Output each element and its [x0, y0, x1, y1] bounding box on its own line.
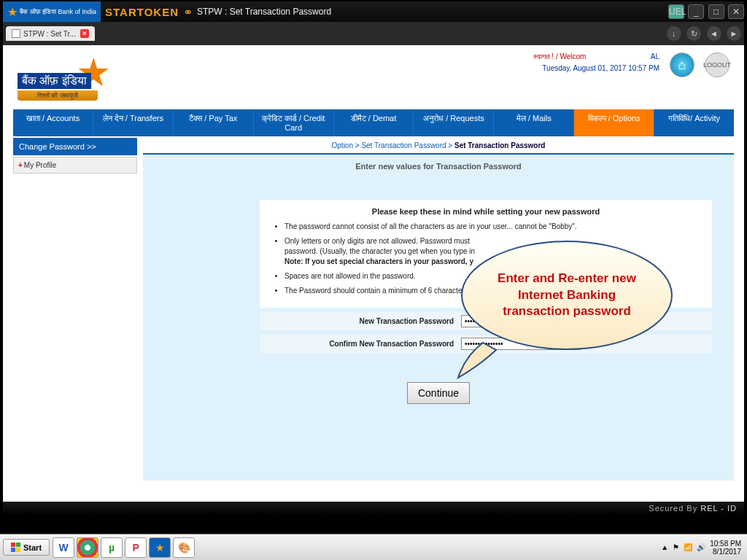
page-icon	[12, 29, 20, 38]
nav-forward-button[interactable]: ►	[727, 26, 741, 41]
nav-mails[interactable]: मेल / Mails	[494, 109, 574, 136]
nav-creditcard[interactable]: क्रेडिट कार्ड / Credit Card	[254, 109, 334, 136]
nav-transfers[interactable]: लेन देन / Transfers	[93, 109, 174, 136]
browser-tab[interactable]: STPW : Set Tr... ✕	[6, 26, 95, 41]
minimize-button[interactable]: _	[688, 4, 704, 19]
home-button[interactable]: ⌂	[670, 52, 694, 77]
window-title: STPW : Set Transaction Password	[197, 7, 667, 17]
nav-refresh-button[interactable]: ↻	[686, 26, 701, 41]
boi-logo-small: ★बैंक ऑफ़ इंडिया Bank of India	[3, 1, 101, 22]
tray-volume-icon[interactable]: 🔊	[697, 543, 705, 551]
star-icon: ★	[7, 9, 18, 15]
tab-label: STPW : Set Tr...	[23, 30, 76, 38]
welcome-text: स्वागत ! / Welcom AL	[533, 52, 659, 61]
app-titlebar: ★बैंक ऑफ़ इंडिया Bank of India STARTOKEN…	[3, 1, 744, 22]
tray-expand-icon[interactable]: ▲	[661, 543, 668, 551]
annotation-callout: Enter and Re-enter new Internet Banking …	[461, 241, 673, 350]
close-button[interactable]: ✕	[728, 4, 744, 19]
nav-options[interactable]: विकल्प / Options	[574, 109, 654, 136]
chain-icon: ⚭	[183, 5, 193, 19]
taskbar-paint-icon[interactable]: 🎨	[173, 537, 195, 558]
footer-secured: Secured By REL - ID	[3, 502, 744, 515]
tray-flag-icon[interactable]: ⚑	[673, 543, 679, 551]
confirm-password-label: Confirm New Transaction Password	[260, 340, 461, 348]
tray-network-icon[interactable]: 📶	[684, 543, 692, 551]
nav-requests[interactable]: अनुरोध / Requests	[414, 109, 494, 136]
bank-logo: ★ बैंक ऑफ़ इंडिया रिश्तों की जमापूंजी	[18, 52, 112, 104]
bank-name-hindi: बैंक ऑफ़ इंडिया	[18, 73, 91, 89]
logout-button[interactable]: LOGOUT	[705, 52, 729, 77]
taskbar-utorrent-icon[interactable]: µ	[101, 537, 123, 558]
plus-icon: +	[18, 161, 23, 169]
datetime-label: Tuesday, August 01, 2017 10:57 PM	[533, 64, 659, 72]
continue-button[interactable]: Continue	[407, 382, 470, 404]
startoken-brand: STARTOKEN	[105, 6, 179, 18]
nav-paytax[interactable]: टैक्स / Pay Tax	[174, 109, 254, 136]
nav-demat[interactable]: डीमैट / Demat	[334, 109, 414, 136]
uel-button[interactable]: UEL	[668, 4, 684, 19]
taskbar-word-icon[interactable]: W	[53, 537, 74, 558]
windows-flag-icon	[11, 542, 20, 552]
nav-activity[interactable]: गतिविधि/ Activity	[654, 109, 734, 136]
nav-back-button[interactable]: ◄	[707, 26, 721, 41]
windows-taskbar: Start W µ P ★ 🎨 ▲ ⚑ 📶 🔊 10:58 PM8/1/2017	[0, 534, 747, 560]
sidebar-my-profile[interactable]: +My Profile	[13, 157, 137, 174]
start-button[interactable]: Start	[3, 539, 50, 556]
nav-accounts[interactable]: खाता / Accounts	[13, 109, 93, 136]
maximize-button[interactable]: □	[708, 4, 724, 19]
bank-tagline: रिश्तों की जमापूंजी	[18, 90, 98, 101]
taskbar-chrome-icon[interactable]	[77, 537, 98, 558]
instruction-text: Enter new values for Transaction Passwor…	[143, 155, 734, 178]
breadcrumb: Option > Set Transaction Password > Set …	[143, 138, 734, 155]
tab-close-icon[interactable]: ✕	[80, 29, 89, 38]
callout-tail-icon	[454, 338, 505, 382]
new-password-label: New Transaction Password	[260, 317, 461, 325]
taskbar-boi-icon[interactable]: ★	[149, 537, 171, 558]
callout-text: Enter and Re-enter new Internet Banking …	[483, 271, 651, 321]
tray-clock[interactable]: 10:58 PM8/1/2017	[710, 540, 741, 556]
taskbar-powerpoint-icon[interactable]: P	[125, 537, 147, 558]
rules-title: Please keep these in mind while setting …	[273, 207, 699, 216]
rule-item: The password cannot consist of all the c…	[285, 222, 699, 232]
main-nav: खाता / Accounts लेन देन / Transfers टैक्…	[13, 109, 734, 136]
sidebar-change-password[interactable]: Change Password >>	[13, 138, 137, 155]
nav-down-button[interactable]: ↓	[667, 26, 681, 41]
browser-tabbar: STPW : Set Tr... ✕ ↓ ↻ ◄ ►	[3, 22, 744, 45]
